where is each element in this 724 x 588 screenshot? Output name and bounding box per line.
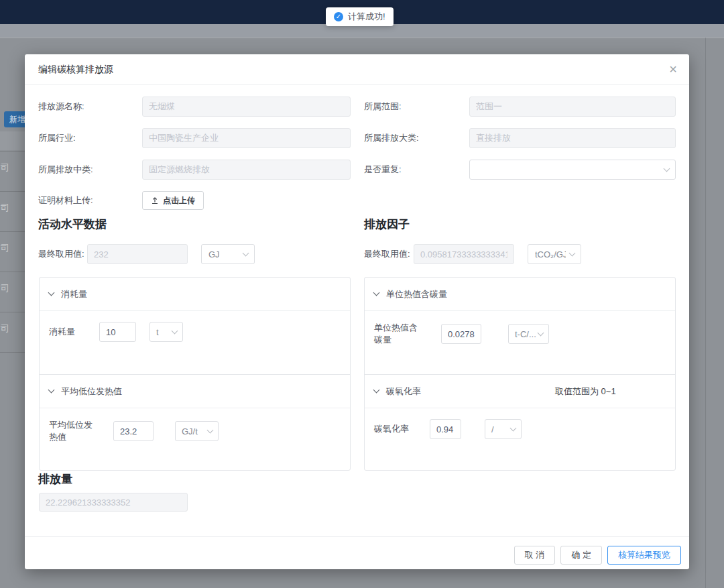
chevron-down-icon <box>48 387 55 394</box>
mid-category-label: 所属排放中类: <box>38 160 93 180</box>
chevron-down-icon <box>243 249 249 256</box>
table-row: 司 <box>1 282 13 294</box>
source-name-input[interactable] <box>142 97 351 117</box>
is-duplicate-select[interactable] <box>469 160 676 180</box>
consumption-unit-select[interactable]: t <box>149 322 183 342</box>
panel-title: 消耗量 <box>61 288 87 300</box>
chevron-down-icon <box>172 327 178 334</box>
dialog-footer: 取 消 确 定 核算结果预览 <box>25 536 689 569</box>
activity-final-unit: GJ <box>208 249 220 259</box>
heating-value-label: 平均低位发热值 <box>49 419 96 443</box>
chevron-down-icon <box>373 290 380 296</box>
factor-collapse: 单位热值含碳量 单位热值含碳量 t-C/... 碳氧化率 取值范围为 0~1 <box>364 277 676 471</box>
table-row: 司 <box>1 162 13 174</box>
toast-message: 计算成功! <box>348 11 385 23</box>
chevron-down-icon <box>48 290 55 296</box>
table-row: 司 <box>1 202 13 214</box>
activity-section-title: 活动水平数据 <box>38 217 107 232</box>
upload-button[interactable]: 点击上传 <box>142 191 204 210</box>
table-row: 司 <box>1 322 13 335</box>
table-row: 司 <box>1 242 13 254</box>
consumption-panel: 消耗量 消耗量 t <box>40 278 350 374</box>
value-range-note: 取值范围为 0~1 <box>555 375 616 408</box>
chevron-down-icon <box>373 387 380 394</box>
carbon-content-panel-body: 单位热值含碳量 t-C/... <box>365 311 675 374</box>
scope-input[interactable] <box>469 97 676 117</box>
industry-label: 所属行业: <box>38 128 76 148</box>
heating-value-unit-select[interactable]: GJ/t <box>175 421 219 441</box>
check-circle-icon: ✓ <box>334 12 343 21</box>
table-row-divider <box>0 312 25 312</box>
scope-label: 所属范围: <box>364 97 402 117</box>
carbon-content-unit-select[interactable]: t-C/... <box>508 324 549 344</box>
carbon-content-label: 单位热值含碳量 <box>374 322 421 346</box>
add-button[interactable]: 新增 <box>4 111 25 127</box>
background-card-edge <box>705 38 706 588</box>
success-toast: ✓ 计算成功! <box>326 7 394 26</box>
major-category-input[interactable] <box>469 128 676 148</box>
heating-value-panel-header[interactable]: 平均低位发热值 <box>40 375 350 408</box>
cancel-button[interactable]: 取 消 <box>514 546 556 565</box>
activity-final-input[interactable] <box>87 244 188 264</box>
consumption-input[interactable] <box>99 322 136 342</box>
oxidation-rate-input[interactable] <box>430 419 461 439</box>
panel-title: 单位热值含碳量 <box>386 288 447 300</box>
panel-title: 平均低位发热值 <box>61 386 122 398</box>
factor-section-title: 排放因子 <box>364 217 410 232</box>
background-table-header <box>0 131 25 150</box>
factor-final-label: 最终取用值: <box>364 244 410 264</box>
industry-input[interactable] <box>142 128 351 148</box>
table-row-divider <box>0 191 25 192</box>
emission-result-input[interactable] <box>39 493 188 512</box>
consumption-label: 消耗量 <box>49 326 99 338</box>
source-name-label: 排放源名称: <box>38 97 84 117</box>
chevron-down-icon <box>510 424 517 431</box>
close-icon[interactable]: × <box>669 61 677 77</box>
chevron-down-icon <box>538 329 544 336</box>
panel-title: 碳氧化率 <box>386 386 421 398</box>
dialog-title: 编辑碳核算排放源 <box>38 54 113 84</box>
oxidation-rate-unit: / <box>491 424 494 434</box>
upload-button-label: 点击上传 <box>163 195 195 207</box>
preview-result-button[interactable]: 核算结果预览 <box>607 546 681 565</box>
emission-section-title: 排放量 <box>38 471 72 487</box>
oxidation-rate-label: 碳氧化率 <box>374 423 421 435</box>
background-subheader-band <box>0 24 724 38</box>
is-duplicate-label: 是否重复: <box>364 160 402 180</box>
factor-final-unit: tCO₂/GJ <box>535 249 566 259</box>
edit-emission-source-dialog: 编辑碳核算排放源 × 排放源名称: 所属范围: 所属行业: 所属排放大类: 所属… <box>25 54 689 569</box>
consumption-unit: t <box>156 327 159 337</box>
ok-button[interactable]: 确 定 <box>560 546 602 565</box>
upload-label: 证明材料上传: <box>38 190 93 211</box>
heating-value-panel: 平均低位发热值 平均低位发热值 GJ/t <box>40 374 350 470</box>
oxidation-rate-panel: 碳氧化率 取值范围为 0~1 碳氧化率 / <box>365 374 675 470</box>
oxidation-rate-panel-body: 碳氧化率 / <box>365 408 675 470</box>
carbon-content-unit: t-C/... <box>515 329 536 339</box>
table-row-divider <box>0 352 25 353</box>
mid-category-input[interactable] <box>142 160 351 180</box>
dialog-header-divider <box>25 84 689 85</box>
activity-final-label: 最终取用值: <box>38 244 84 264</box>
activity-final-unit-select[interactable]: GJ <box>201 244 255 264</box>
heating-value-panel-body: 平均低位发热值 GJ/t <box>40 408 350 470</box>
chevron-down-icon <box>569 249 576 256</box>
oxidation-rate-panel-header[interactable]: 碳氧化率 取值范围为 0~1 <box>365 375 675 408</box>
activity-collapse: 消耗量 消耗量 t 平均低位发热值 平均低位发热值 <box>39 277 351 471</box>
carbon-content-input[interactable] <box>441 324 481 344</box>
carbon-content-panel: 单位热值含碳量 单位热值含碳量 t-C/... <box>365 278 675 374</box>
table-row-divider <box>0 151 25 152</box>
major-category-label: 所属排放大类: <box>364 128 419 148</box>
table-row-divider <box>0 272 25 272</box>
table-row-divider <box>0 231 25 232</box>
factor-final-input[interactable] <box>414 244 514 264</box>
consumption-panel-body: 消耗量 t <box>40 311 350 374</box>
oxidation-rate-unit-select[interactable]: / <box>485 419 522 439</box>
upload-icon <box>151 196 159 204</box>
carbon-content-panel-header[interactable]: 单位热值含碳量 <box>365 278 675 311</box>
factor-final-unit-select[interactable]: tCO₂/GJ <box>528 244 581 264</box>
chevron-down-icon <box>207 426 214 433</box>
chevron-down-icon <box>664 165 670 172</box>
consumption-panel-header[interactable]: 消耗量 <box>40 278 350 311</box>
heating-value-input[interactable] <box>113 421 154 441</box>
background-divider <box>0 38 724 38</box>
